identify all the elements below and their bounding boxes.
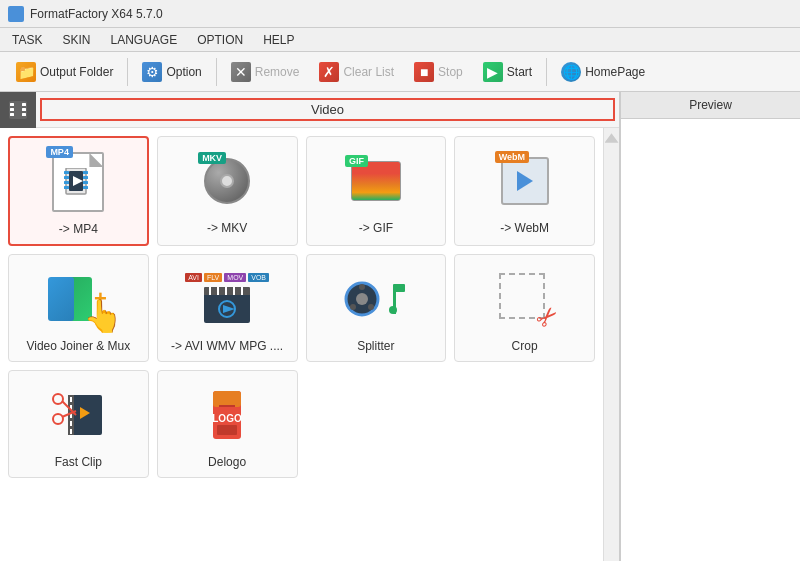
homepage-button[interactable]: 🌐 HomePage [553, 58, 653, 86]
title-bar: FormatFactory X64 5.7.0 [0, 0, 800, 28]
mp4-badge: MP4 [46, 146, 73, 158]
svg-rect-41 [70, 429, 72, 434]
svg-rect-13 [83, 176, 88, 179]
fastclip-label: Fast Clip [55, 455, 102, 469]
svg-rect-34 [393, 288, 396, 314]
multiformat-label: -> AVI WMV MPG .... [171, 339, 283, 353]
scroll-up-button[interactable] [605, 130, 619, 146]
svg-rect-2 [10, 108, 14, 111]
menu-option[interactable]: OPTION [193, 31, 247, 49]
webm-icon-area: WebM [489, 145, 561, 217]
svg-rect-5 [22, 108, 26, 111]
film-icon [9, 101, 27, 119]
multiformat-icon-area: AVI FLV MOV VOB [191, 263, 263, 335]
grid-item-mkv[interactable]: MKV -> MKV [157, 136, 298, 246]
preview-header: Preview [621, 92, 800, 119]
svg-text:LOGO: LOGO [212, 413, 242, 424]
stop-label: Stop [438, 65, 463, 79]
film-strip-1 [48, 277, 74, 321]
mp4-doc-icon [52, 152, 104, 212]
video-label: Video [40, 98, 615, 121]
grid-item-gif[interactable]: GIF -> GIF [306, 136, 447, 246]
grid-item-mp4[interactable]: MP4 [8, 136, 149, 246]
start-button[interactable]: ▶ Start [475, 58, 540, 86]
svg-rect-9 [64, 176, 69, 179]
hand-icon: 👆 [83, 297, 123, 335]
left-panel: Video MP4 [0, 92, 620, 561]
crop-icon-wrap: ✂ [495, 269, 555, 329]
mp4-icon-area: MP4 [42, 146, 114, 218]
webm-play-triangle [517, 171, 533, 191]
grid-item-fastclip[interactable]: Fast Clip [8, 370, 149, 478]
mp4-label: -> MP4 [59, 222, 98, 236]
grid-item-webm[interactable]: WebM -> WebM [454, 136, 595, 246]
grid-item-joiner[interactable]: + 👆 Video Joiner & Mux [8, 254, 149, 362]
preview-area [621, 119, 800, 561]
clapper-icon [202, 285, 252, 325]
fastclip-scissors-icon [50, 389, 106, 441]
start-label: Start [507, 65, 532, 79]
splitter-icon-area [340, 263, 412, 335]
webm-badge: WebM [495, 151, 529, 163]
right-panel: Preview [620, 92, 800, 561]
webm-label: -> WebM [500, 221, 549, 235]
format-grid: MP4 [8, 136, 595, 478]
menu-skin[interactable]: SKIN [58, 31, 94, 49]
separator-2 [216, 58, 217, 86]
crop-icon-area: ✂ [489, 263, 561, 335]
joiner-icon-area: + 👆 [42, 263, 114, 335]
delogo-icon-area: LOGO [191, 379, 263, 451]
music-note-icon [385, 280, 409, 318]
toolbar: 📁 Output Folder ⚙ Option ✕ Remove ✗ Clea… [0, 52, 800, 92]
svg-rect-1 [10, 103, 14, 106]
svg-rect-48 [213, 391, 241, 407]
mkv-badge: MKV [198, 152, 226, 164]
grid-item-multiformat[interactable]: AVI FLV MOV VOB [157, 254, 298, 362]
output-folder-icon: 📁 [16, 62, 36, 82]
delogo-eraser-icon: LOGO [205, 387, 249, 443]
mkv-label: -> MKV [207, 221, 247, 235]
remove-button[interactable]: ✕ Remove [223, 58, 308, 86]
film-reel-icon [64, 168, 92, 196]
svg-point-30 [368, 304, 374, 310]
svg-rect-50 [217, 425, 237, 435]
grid-item-crop[interactable]: ✂ Crop [454, 254, 595, 362]
mkv-disc-inner [220, 174, 234, 188]
option-button[interactable]: ⚙ Option [134, 58, 209, 86]
svg-rect-14 [83, 181, 88, 184]
video-icon [0, 92, 36, 128]
menu-help[interactable]: HELP [259, 31, 298, 49]
svg-point-42 [53, 394, 63, 404]
menu-language[interactable]: LANGUAGE [106, 31, 181, 49]
svg-rect-37 [70, 397, 72, 402]
gif-thumb-icon [351, 161, 401, 201]
output-folder-label: Output Folder [40, 65, 113, 79]
flv-badge: FLV [204, 273, 222, 282]
menu-task[interactable]: TASK [8, 31, 46, 49]
joiner-label: Video Joiner & Mux [26, 339, 130, 353]
svg-rect-4 [22, 103, 26, 106]
output-folder-button[interactable]: 📁 Output Folder [8, 58, 121, 86]
grid-item-splitter[interactable]: Splitter [306, 254, 447, 362]
svg-rect-3 [10, 113, 14, 116]
main-layout: Video MP4 [0, 92, 800, 561]
homepage-icon: 🌐 [561, 62, 581, 82]
delogo-label: Delogo [208, 455, 246, 469]
mkv-icon-area: MKV [191, 145, 263, 217]
stop-button[interactable]: ■ Stop [406, 58, 471, 86]
clear-list-button[interactable]: ✗ Clear List [311, 58, 402, 86]
splitter-label: Splitter [357, 339, 394, 353]
svg-point-29 [359, 284, 365, 290]
fastclip-icon-area [42, 379, 114, 451]
mov-badge: MOV [224, 273, 246, 282]
svg-point-43 [53, 414, 63, 424]
svg-rect-15 [83, 186, 88, 189]
scrollbar[interactable] [603, 128, 619, 561]
option-icon: ⚙ [142, 62, 162, 82]
gif-icon-area: GIF [340, 145, 412, 217]
mkv-disc-icon [204, 158, 250, 204]
grid-item-delogo[interactable]: LOGO Delogo [157, 370, 298, 478]
video-header: Video [0, 92, 619, 128]
svg-rect-40 [70, 421, 72, 426]
remove-icon: ✕ [231, 62, 251, 82]
